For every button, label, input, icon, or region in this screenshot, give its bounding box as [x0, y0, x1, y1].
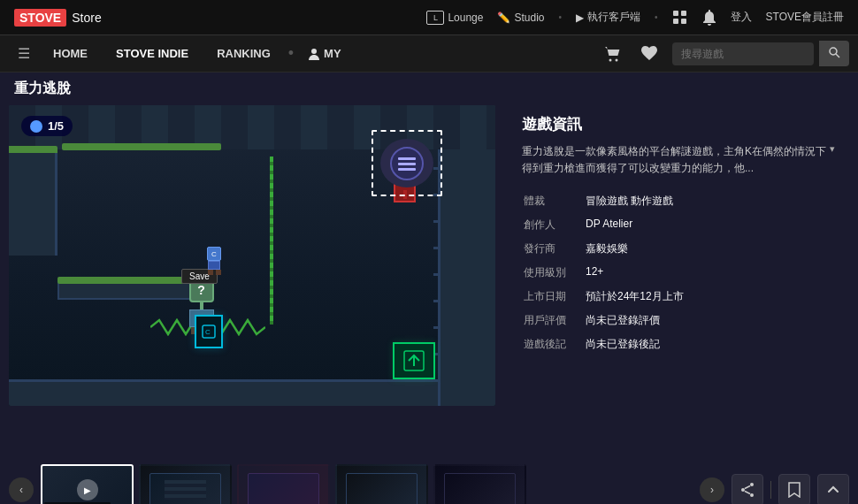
- thumb-1-inner: ▶: [42, 466, 132, 504]
- thumbnail-2[interactable]: [139, 464, 232, 504]
- thumbnail-1[interactable]: ▶ GRAVITY ESCAPE: [41, 464, 134, 504]
- svg-point-4: [311, 49, 317, 54]
- nav-my[interactable]: MY: [297, 47, 352, 60]
- svg-point-19: [750, 493, 754, 497]
- hamburger-menu[interactable]: ☰: [9, 45, 39, 62]
- share-button[interactable]: [732, 474, 763, 504]
- selection-box: [372, 130, 442, 196]
- search-button[interactable]: [819, 41, 849, 66]
- svg-point-6: [616, 58, 618, 61]
- thumbnail-5[interactable]: [433, 464, 526, 504]
- cyan-box: C: [195, 315, 223, 348]
- divider: [770, 481, 771, 499]
- right-stairs: [438, 149, 495, 406]
- rating-value: 尚未已登錄評價: [584, 309, 835, 332]
- svg-point-17: [750, 483, 754, 486]
- scroll-top-button[interactable]: [817, 474, 849, 504]
- counter-display: 1/5: [21, 116, 73, 136]
- logo[interactable]: STOVE Store: [14, 9, 102, 27]
- lounge-link[interactable]: L Lounge: [426, 11, 483, 25]
- release-label: 上市日期: [522, 285, 584, 309]
- page-title-bar: 重力逃脫: [0, 73, 858, 105]
- content-area: ? Save C: [0, 105, 858, 459]
- age-value: 12+: [584, 261, 835, 285]
- thumbnail-4[interactable]: [335, 464, 428, 504]
- notes-row: 遊戲後記 尚未已登錄後記: [522, 332, 835, 356]
- top-bar-left: STOVE Store: [14, 9, 102, 27]
- counter-circle: [30, 120, 42, 133]
- nav-home[interactable]: HOME: [39, 35, 102, 73]
- register-link[interactable]: STOVE會員註冊: [766, 10, 844, 25]
- svg-line-20: [745, 486, 750, 489]
- nav-links: HOME STOVE INDIE RANKING • MY: [39, 35, 598, 73]
- game-info-title: 遊戲資訊: [522, 114, 835, 134]
- chevron-left-icon: ‹: [19, 484, 23, 496]
- thumb-prev-btn[interactable]: ‹: [9, 477, 34, 502]
- nav-ranking[interactable]: RANKING: [203, 35, 285, 73]
- mid-platform: [57, 282, 199, 300]
- thumb-next-btn[interactable]: ›: [700, 477, 724, 502]
- notes-label: 遊戲後記: [522, 332, 584, 356]
- studio-icon: ✏️: [497, 11, 510, 24]
- notification-icon-btn[interactable]: [702, 10, 716, 26]
- expand-description[interactable]: ▾: [830, 143, 835, 189]
- game-details-table: 體裁 冒險遊戲 動作遊戲 創作人 DP Atelier 發行商 嘉毅娛樂 使用級…: [522, 189, 835, 356]
- game-scene: ? Save C: [9, 105, 495, 406]
- age-row: 使用級別 12+: [522, 261, 835, 285]
- svg-line-21: [745, 492, 750, 494]
- logo-store-label: Store: [72, 11, 101, 25]
- login-link[interactable]: 登入: [731, 10, 752, 25]
- thumb-4-inner: [337, 466, 426, 504]
- apps-icon-btn[interactable]: [672, 10, 688, 26]
- action-buttons: [732, 474, 849, 504]
- thumb-3-inner: [239, 466, 328, 504]
- desc-container: 重力逃脫是一款像素風格的平台解謎遊戲，主角K在偶然的情況下得到重力槍進而獲得了可…: [522, 143, 835, 189]
- game-screenshot-container: ? Save C: [9, 105, 495, 406]
- game-description: 重力逃脫是一款像素風格的平台解謎遊戲，主角K在偶然的情況下得到重力槍進而獲得了可…: [522, 143, 830, 177]
- release-value: 預計於24年12月上市: [584, 285, 835, 309]
- svg-point-18: [741, 488, 745, 492]
- info-panel: 遊戲資訊 重力逃脫是一款像素風格的平台解謎遊戲，主角K在偶然的情況下得到重力槍進…: [508, 105, 849, 459]
- creator-value: DP Atelier: [584, 213, 835, 237]
- nav-separator: •: [285, 44, 297, 63]
- cart-icon-btn[interactable]: [598, 40, 626, 68]
- chevron-right-icon: ›: [710, 484, 714, 496]
- vertical-vine: [270, 157, 273, 325]
- rating-label: 用戶評價: [522, 309, 584, 332]
- search-input[interactable]: [672, 42, 814, 65]
- play-icon: ▶: [77, 479, 98, 500]
- separator-2: •: [655, 12, 658, 22]
- genre-row: 體裁 冒險遊戲 動作遊戲: [522, 189, 835, 213]
- svg-rect-3: [681, 19, 686, 24]
- thumb-5-inner: [435, 466, 525, 504]
- rating-row: 用戶評價 尚未已登錄評價: [522, 309, 835, 332]
- svg-rect-14: [398, 157, 416, 160]
- lounge-icon: L: [426, 11, 444, 25]
- wishlist-icon-btn[interactable]: [635, 40, 663, 68]
- svg-line-8: [836, 54, 839, 57]
- creator-label: 創作人: [522, 213, 584, 237]
- genre-label: 體裁: [522, 189, 584, 213]
- nav-stove-indie[interactable]: STOVE INDIE: [102, 35, 203, 73]
- publisher-row: 發行商 嘉毅娛樂: [522, 237, 835, 261]
- selection-item: [380, 139, 433, 187]
- svg-rect-2: [673, 19, 678, 24]
- counter-value: 1/5: [48, 119, 64, 133]
- svg-rect-0: [673, 11, 678, 16]
- thumb-2-inner: [141, 466, 230, 504]
- publisher-value: 嘉毅娛樂: [584, 237, 835, 261]
- svg-text:C: C: [205, 328, 211, 336]
- creator-row: 創作人 DP Atelier: [522, 213, 835, 237]
- top-bar: STOVE Store L Lounge ✏️ Studio • ▶ 執行客戶端…: [0, 0, 858, 35]
- thumbnail-list: ▶ GRAVITY ESCAPE: [41, 464, 693, 504]
- svg-point-7: [830, 48, 837, 55]
- studio-link[interactable]: ✏️ Studio: [497, 11, 544, 24]
- release-row: 上市日期 預計於24年12月上市: [522, 285, 835, 309]
- separator-1: •: [559, 12, 563, 22]
- bookmark-button[interactable]: [778, 474, 810, 504]
- launcher-link[interactable]: ▶ 執行客戶端: [576, 10, 640, 25]
- left-wall: [9, 149, 57, 256]
- thumbnail-3[interactable]: [237, 464, 330, 504]
- green-exit-box: [393, 342, 435, 379]
- genre-value: 冒險遊戲 動作遊戲: [584, 189, 835, 213]
